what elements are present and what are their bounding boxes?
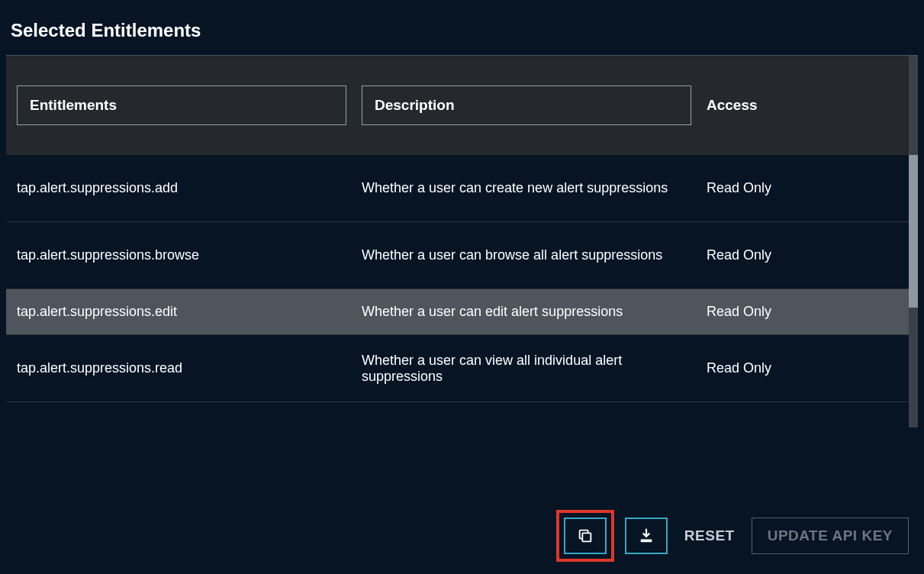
footer-actions: RESET UPDATE API KEY (541, 498, 924, 574)
column-header-label: Entitlements (30, 97, 117, 114)
cell-description: Whether a user can browse all alert supp… (362, 247, 707, 263)
table-row[interactable]: tap.alert.suppressions.readWhether a use… (6, 335, 909, 402)
column-header-description[interactable]: Description (362, 85, 707, 125)
download-button[interactable] (625, 518, 668, 554)
cell-access: Read Only (707, 247, 898, 263)
table-row[interactable]: tap.alert.suppressions.addWhether a user… (6, 155, 909, 222)
scrollbar-track[interactable] (909, 56, 918, 427)
svg-rect-1 (640, 540, 652, 543)
reset-button[interactable]: RESET (678, 518, 741, 553)
table-row[interactable]: tap.alert.suppressions.browseWhether a u… (6, 222, 909, 289)
entitlements-table: Entitlements Description Access tap.aler… (6, 55, 918, 427)
cell-entitlement: tap.alert.suppressions.edit (17, 304, 362, 320)
table-header-row: Entitlements Description Access (6, 56, 909, 155)
cell-access: Read Only (707, 304, 898, 320)
cell-description: Whether a user can view all individual a… (362, 353, 707, 385)
table-row[interactable]: tap.alert.suppressions.editWhether a use… (6, 289, 909, 335)
table-viewport: Entitlements Description Access tap.aler… (6, 56, 909, 427)
cell-entitlement: tap.alert.suppressions.add (17, 180, 362, 196)
cell-description: Whether a user can create new alert supp… (362, 180, 707, 196)
cell-access: Read Only (707, 180, 898, 196)
cell-entitlement: tap.alert.suppressions.read (17, 360, 362, 376)
svg-rect-0 (582, 533, 591, 541)
table-body: tap.alert.suppressions.addWhether a user… (6, 155, 909, 427)
download-icon (638, 527, 655, 544)
scrollbar-thumb[interactable] (909, 155, 918, 308)
table-row[interactable]: tap.alerts.addWhether a user can create … (6, 402, 909, 427)
column-header-access[interactable]: Access (707, 97, 898, 114)
copy-button-highlight (556, 510, 614, 562)
section-title: Selected Entitlements (6, 0, 918, 55)
column-header-label: Description (375, 97, 455, 114)
cell-access: Read Only (707, 360, 898, 376)
update-api-key-button[interactable]: UPDATE API KEY (752, 518, 909, 554)
copy-button[interactable] (564, 518, 607, 554)
cell-description: Whether a user can edit alert suppressio… (362, 304, 707, 320)
cell-entitlement: tap.alert.suppressions.browse (17, 247, 362, 263)
column-header-entitlements[interactable]: Entitlements (17, 85, 362, 125)
copy-icon (577, 527, 594, 544)
column-header-label: Access (707, 97, 758, 114)
